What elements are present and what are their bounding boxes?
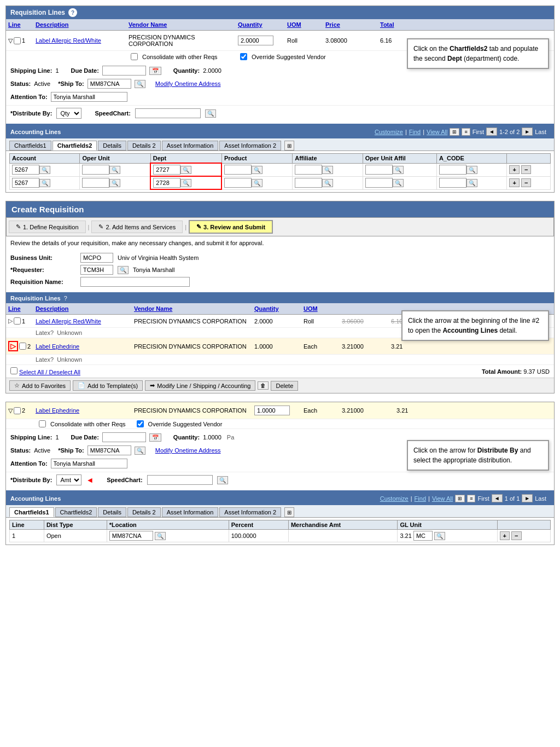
acct-affiliate-search-1b[interactable]: 🔍 (322, 179, 333, 187)
tab-chartfields2-1[interactable]: Chartfields2 (52, 141, 97, 150)
col-total-1[interactable]: Total (378, 20, 422, 29)
ship-to-input-3[interactable] (88, 445, 131, 455)
tab-chartfields1-1[interactable]: Chartfields1 (9, 141, 51, 150)
acct-dept-1a[interactable] (153, 165, 180, 175)
distribute-select-1[interactable]: Qty Amt (56, 108, 81, 119)
add-to-template-btn[interactable]: 📄 Add to Template(s) (73, 380, 143, 391)
acct-oper-unit-1a[interactable] (82, 165, 109, 175)
speedchart-search-1[interactable]: 🔍 (205, 109, 216, 118)
select-all-cb[interactable] (10, 367, 18, 374)
tab-expand-btn-1[interactable]: ⊞ (284, 141, 294, 150)
trash-icon-btn[interactable]: 🗑 (258, 381, 269, 390)
add-dist-row-btn[interactable]: + (500, 531, 510, 540)
req-name-input[interactable] (80, 277, 190, 287)
delete-btn[interactable]: Delete (271, 381, 298, 391)
requester-input[interactable] (80, 265, 113, 275)
acct-acode-1b[interactable] (439, 178, 466, 188)
col-uom-1[interactable]: UOM (285, 20, 323, 29)
requester-search[interactable]: 🔍 (118, 266, 129, 274)
acct-product-search-1b[interactable]: 🔍 (252, 179, 262, 187)
col-qty-1[interactable]: Quantity (236, 20, 285, 29)
speedchart-search-3[interactable]: 🔍 (217, 476, 228, 484)
acct-acode-search-1b[interactable]: 🔍 (466, 179, 477, 187)
tri2-1[interactable]: ▷ (8, 317, 13, 325)
line2-2-desc[interactable]: Label Ephedrine (36, 343, 79, 350)
tab-details2-1[interactable]: Details 2 (127, 141, 161, 150)
acct-acode-search-1a[interactable]: 🔍 (466, 166, 477, 174)
col2-uom[interactable]: UOM (301, 304, 340, 313)
modify-line-btn[interactable]: ➡ Modify Line / Shipping / Accounting (145, 380, 255, 391)
acct-affiliate-1b[interactable] (295, 178, 322, 188)
col2-qty[interactable]: Quantity (252, 304, 301, 313)
col-line-1[interactable]: Line (6, 20, 33, 29)
acct-account-1a[interactable] (12, 165, 39, 175)
del-row-btn-1a[interactable]: − (521, 165, 531, 174)
help-icon-1[interactable]: ? (68, 8, 77, 17)
calendar-btn-3[interactable]: 📅 (149, 433, 161, 442)
modify-address-link-3[interactable]: Modify Onetime Address (155, 447, 221, 454)
del-dist-row-btn[interactable]: − (511, 531, 521, 540)
next-btn-3[interactable]: ► (522, 494, 533, 502)
select-all-link[interactable]: Select All / Deselect All (19, 369, 80, 375)
grid-icon-3[interactable]: ⊞ (455, 495, 465, 502)
dist-location-input[interactable] (109, 531, 153, 541)
dist-gl-search[interactable]: 🔍 (434, 532, 445, 540)
find-link-3[interactable]: Find (415, 495, 426, 502)
tab-asset-info-3[interactable]: Asset Information (162, 507, 219, 517)
col-vendor-1[interactable]: Vendor Name (126, 20, 236, 29)
tab-expand-btn-3[interactable]: ⊞ (284, 507, 294, 517)
consolidate-cb-1[interactable] (131, 53, 138, 60)
acct-oper-unit-search-1b[interactable]: 🔍 (109, 179, 120, 187)
add-row-btn-1b[interactable]: + (509, 178, 519, 187)
line1-qty-input[interactable] (238, 36, 273, 45)
grid-icon-1[interactable]: ⊞ (450, 128, 459, 136)
view-all-link-1[interactable]: View All (427, 129, 447, 135)
tab-details-3[interactable]: Details (98, 507, 126, 517)
acct-dept-1b[interactable] (153, 178, 180, 188)
line3-desc[interactable]: Label Ephedrine (36, 407, 79, 414)
tab-asset-info2-1[interactable]: Asset Information 2 (219, 141, 281, 150)
col2-desc[interactable]: Description (33, 304, 132, 313)
view-all-link-3[interactable]: View All (432, 495, 453, 502)
tri3-2[interactable]: ▽ (8, 407, 13, 414)
line3-2-cb[interactable] (14, 407, 21, 414)
tab-details-1[interactable]: Details (98, 141, 126, 150)
tri2-2[interactable]: ▷ (8, 341, 18, 351)
step-1[interactable]: ✎ 1. Define Requisition (9, 221, 86, 233)
tab-asset-info2-3[interactable]: Asset Information 2 (219, 507, 281, 517)
acct-oper-unit-affil-1b[interactable] (365, 178, 393, 188)
acct-account-1b[interactable] (12, 178, 39, 188)
dist-gl-input[interactable] (413, 531, 433, 541)
attention-input-3[interactable] (51, 459, 127, 468)
acct-affiliate-1a[interactable] (295, 165, 322, 175)
attention-input-1[interactable] (51, 92, 127, 102)
speedchart-input-1[interactable] (135, 108, 201, 118)
del-row-btn-1b[interactable]: − (521, 178, 531, 187)
acct-acode-1a[interactable] (439, 165, 466, 175)
add-to-fav-btn[interactable]: ☆ Add to Favorites (9, 380, 71, 391)
due-date-input-3[interactable] (102, 432, 146, 442)
chart-icon-3[interactable]: ≡ (467, 495, 475, 502)
tab-chartfields2-3[interactable]: Chartfields2 (55, 507, 97, 517)
acct-product-search-1a[interactable]: 🔍 (252, 166, 262, 174)
col-desc-1[interactable]: Description (33, 20, 126, 29)
help-icon-2[interactable]: ? (64, 295, 67, 302)
col-price-1[interactable]: Price (323, 20, 378, 29)
speedchart-input-3[interactable] (147, 475, 213, 485)
col2-line[interactable]: Line (6, 304, 33, 313)
step-2[interactable]: ✎ 2. Add Items and Services (91, 221, 183, 233)
customize-link-1[interactable]: Customize (375, 129, 403, 135)
calendar-btn-1[interactable]: 📅 (149, 67, 161, 75)
line2-2-cb[interactable] (19, 343, 26, 350)
acct-affiliate-search-1a[interactable]: 🔍 (322, 166, 333, 174)
customize-link-3[interactable]: Customize (380, 495, 409, 502)
acct-oper-unit-search-1a[interactable]: 🔍 (109, 166, 120, 174)
step-3[interactable]: ✎ 3. Review and Submit (189, 220, 273, 234)
dist-location-search[interactable]: 🔍 (155, 532, 166, 540)
tab-asset-info-1[interactable]: Asset Information (162, 141, 219, 150)
ship-to-input-1[interactable] (88, 79, 131, 89)
acct-account-search-1b[interactable]: 🔍 (39, 179, 50, 187)
line2-1-desc[interactable]: Label Allergic Red/White (36, 318, 101, 325)
override-cb-3[interactable] (137, 420, 144, 427)
find-link-1[interactable]: Find (409, 129, 421, 135)
